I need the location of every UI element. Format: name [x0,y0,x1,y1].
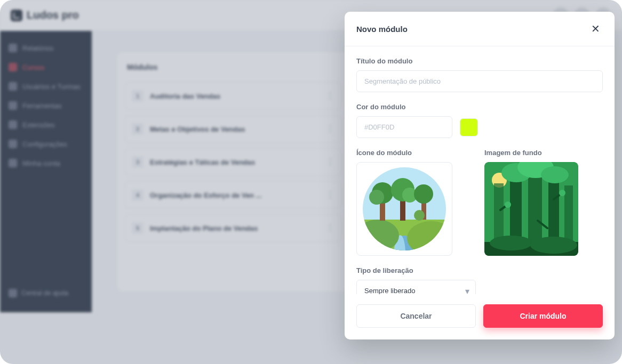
new-module-modal: Novo módulo ✕ Título do módulo Cor do mó… [345,12,615,339]
svg-point-13 [414,210,425,221]
titulo-label: Título do módulo [356,57,603,65]
cor-label: Cor do módulo [356,103,603,111]
svg-point-28 [490,236,532,250]
imagem-label: Imagem de fundo [484,149,578,157]
background-image-preview[interactable] [484,162,578,256]
tipo-select[interactable] [356,280,476,294]
icone-label: Ícone do módulo [356,149,452,157]
create-module-button[interactable]: Criar módulo [483,304,603,328]
tipo-label: Tipo de liberação [356,266,603,274]
titulo-input[interactable] [356,70,603,92]
svg-point-24 [541,166,569,183]
close-icon: ✕ [591,22,600,35]
svg-point-25 [505,201,511,208]
svg-point-29 [530,237,577,254]
cancel-button[interactable]: Cancelar [356,304,476,328]
cor-input[interactable] [356,116,452,138]
color-swatch[interactable] [460,118,478,136]
forest-circle-icon [362,166,447,252]
close-button[interactable]: ✕ [588,21,603,36]
forest-bg-icon [484,162,578,256]
svg-point-12 [414,184,433,204]
modal-title: Novo módulo [356,25,408,34]
create-module-button-label: Criar módulo [520,312,566,320]
svg-point-7 [369,190,384,205]
cancel-button-label: Cancelar [400,312,432,320]
module-icon-preview[interactable] [356,162,452,256]
svg-point-26 [559,190,565,196]
